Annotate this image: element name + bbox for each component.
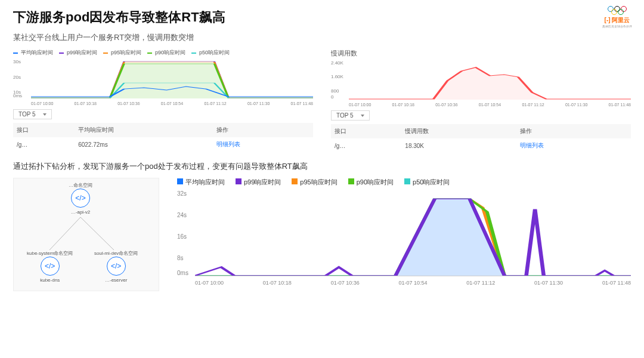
x-tick: 01-07 10:54	[161, 101, 183, 106]
y-tick: 0ms	[13, 93, 22, 98]
detail-link[interactable]: 明细列表	[520, 142, 544, 149]
legend-p99: p99响应时间	[67, 49, 97, 57]
slow-calls-chart: 2.40K 1.60K 800 0 01-07 10:00 01-07 10:1…	[331, 60, 631, 107]
topo-node-eserver[interactable]: soul-mi-dev命名空间 </> …-eserver	[94, 250, 138, 283]
slow-calls-table: 接口 慢调用数 操作 /g… 18.30K 明细列表	[331, 124, 631, 153]
x-tick: 01-07 10:36	[435, 103, 457, 107]
x-tick: 01-07 11:30	[565, 103, 587, 107]
x-tick: 01-07 11:12	[522, 103, 544, 107]
col-slow-count: 慢调用数	[401, 124, 516, 138]
top-n-select[interactable]: TOP 5	[13, 109, 52, 119]
x-tick: 01-07 10:00	[349, 103, 371, 107]
x-tick: 01-07 10:36	[331, 280, 360, 286]
topo-ns-label: soul-mi-dev命名空间	[94, 250, 138, 257]
x-tick: 01-07 10:36	[117, 101, 140, 106]
col-action: 操作	[213, 123, 313, 137]
y-tick: 800	[331, 88, 339, 94]
aliyun-logo: [-] 阿里云	[602, 16, 632, 24]
code-icon: </>	[107, 257, 126, 276]
pod-rt-chart	[195, 190, 631, 276]
svg-marker-1	[349, 67, 631, 100]
cell-count: 18.30K	[401, 138, 516, 153]
x-tick: 01-07 10:00	[195, 280, 224, 286]
response-time-panel: 平均响应时间 p99响应时间 p95响应时间 p90响应时间 p50响应时间 3…	[13, 49, 313, 153]
y-tick: 30s	[13, 59, 21, 64]
pod-rt-panel: 平均响应时间 p99响应时间 p95响应时间 p90响应时间 p50响应时间 3…	[177, 178, 631, 291]
cell-api: /g…	[331, 138, 401, 153]
x-tick: 01-07 11:12	[466, 280, 495, 286]
y-tick: 16s	[177, 233, 187, 240]
x-tick: 01-07 10:18	[75, 101, 97, 106]
y-tick: 32s	[177, 190, 187, 197]
page-subtitle: 某社交平台线上用户一个服务RT突增，慢调用数突增	[13, 32, 631, 43]
y-tick: 24s	[177, 212, 187, 218]
x-tick: 01-07 10:54	[398, 280, 427, 286]
svg-line-3	[80, 217, 114, 250]
legend-p99: p99响应时间	[244, 178, 281, 186]
chevron-down-icon	[43, 113, 47, 116]
y-tick: 20s	[13, 75, 21, 80]
y-tick: 0	[331, 94, 333, 100]
x-tick: 01-07 10:00	[31, 101, 53, 106]
topo-node-kube-dns[interactable]: kube-system命名空间 </> kube-dns	[27, 250, 73, 283]
legend-p50: p50响应时间	[199, 49, 230, 57]
topo-node-root[interactable]: …命名空间 </> …-api-v2	[69, 182, 92, 215]
x-tick: 01-07 11:30	[247, 101, 270, 106]
slow-calls-panel: 慢调用数 2.40K 1.60K 800 0 01-07 10:00 01-07…	[331, 49, 631, 153]
select-value: TOP 5	[18, 111, 36, 118]
rt-table: 接口 平均响应时间 操作 /g… 6022.72ms 明细列表	[13, 123, 313, 152]
y-tick: 8s	[177, 255, 184, 261]
col-api: 接口	[13, 123, 75, 137]
topo-name-label: …-eserver	[94, 277, 138, 283]
cell-rt: 6022.72ms	[75, 137, 213, 152]
cell-api: /g…	[13, 137, 75, 152]
legend-p95: p95响应时间	[300, 178, 337, 186]
rt-chart: 30s 20s 10s 0ms 01-07 10:00 01-07 10:18	[13, 59, 313, 106]
select-value: TOP 5	[336, 112, 354, 119]
legend-p50: p50响应时间	[413, 178, 450, 186]
x-tick: 01-07 11:48	[291, 101, 313, 106]
col-action: 操作	[516, 124, 631, 138]
legend-avg-rt: 平均响应时间	[185, 178, 225, 186]
table-row: /g… 18.30K 明细列表	[331, 138, 631, 153]
col-avg-rt: 平均响应时间	[75, 123, 213, 137]
legend-p90: p90响应时间	[155, 49, 185, 57]
y-tick: 0ms	[177, 270, 188, 276]
aliyun-tagline: 奥林匹克全球合作伙伴	[602, 24, 632, 28]
rt-legend: 平均响应时间 p99响应时间 p95响应时间 p90响应时间 p50响应时间	[13, 49, 313, 57]
detail-link[interactable]: 明细列表	[216, 141, 240, 147]
x-tick: 01-07 10:18	[263, 280, 292, 286]
y-tick: 1.60K	[331, 74, 343, 79]
x-tick: 01-07 11:48	[602, 280, 631, 286]
code-icon: </>	[41, 257, 60, 276]
slow-calls-title: 慢调用数	[331, 49, 631, 58]
x-tick: 01-07 10:18	[392, 103, 414, 107]
page-title: 下游服务pod因发布导致整体RT飙高	[13, 8, 631, 26]
brand-logo: [-] 阿里云 奥林匹克全球合作伙伴	[602, 6, 632, 28]
code-icon: </>	[71, 189, 90, 208]
chevron-down-icon	[361, 115, 364, 117]
x-tick: 01-07 11:12	[204, 101, 226, 106]
table-row: /g… 6022.72ms 明细列表	[13, 137, 313, 152]
topo-ns-label: …命名空间	[69, 182, 92, 189]
legend-avg-rt: 平均响应时间	[21, 49, 53, 57]
y-tick: 2.40K	[331, 60, 343, 66]
topology-diagram: …命名空间 </> …-api-v2 kube-system命名空间 </> k…	[13, 178, 159, 291]
topo-name-label: kube-dns	[27, 277, 73, 283]
x-tick: 01-07 10:54	[479, 103, 501, 107]
svg-line-2	[49, 217, 80, 250]
x-tick: 01-07 11:30	[534, 280, 563, 286]
analysis-text: 通过拓扑下钻分析，发现下游服务一个pod处于发布过程，变更有问题导致整体RT飙高	[13, 161, 631, 172]
top-n-select-right[interactable]: TOP 5	[331, 110, 370, 121]
col-api: 接口	[331, 124, 401, 138]
x-tick: 01-07 11:48	[609, 103, 631, 107]
legend-p90: p90响应时间	[357, 178, 394, 186]
svg-marker-0	[31, 63, 313, 98]
topo-ns-label: kube-system命名空间	[27, 250, 73, 257]
legend-p95: p95响应时间	[111, 49, 141, 57]
pod-rt-legend: 平均响应时间 p99响应时间 p95响应时间 p90响应时间 p50响应时间	[177, 178, 631, 187]
